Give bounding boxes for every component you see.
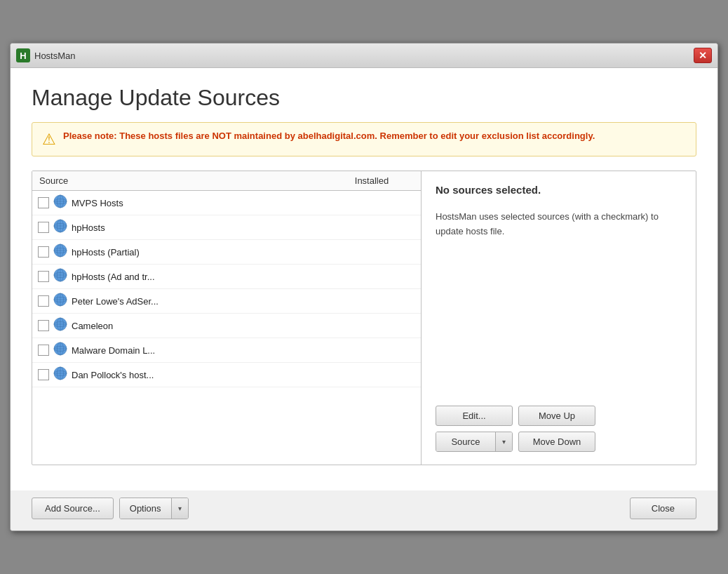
source-list-panel: Source Installed MVPS Hosts hpHosts bbox=[32, 171, 422, 465]
list-item[interactable]: hpHosts (Partial) bbox=[32, 240, 421, 265]
svg-point-47 bbox=[54, 367, 67, 380]
svg-point-11 bbox=[54, 220, 67, 232]
warning-box: ⚠ Please note: These hosts files are NOT… bbox=[32, 122, 696, 156]
main-window: H HostsMan ✕ Manage Update Sources ⚠ Ple… bbox=[10, 43, 718, 531]
list-item[interactable]: Cameleon bbox=[32, 314, 421, 338]
add-source-button[interactable]: Add Source... bbox=[32, 498, 114, 519]
source-item-label: hpHosts (Partial) bbox=[72, 247, 140, 258]
footer-left: Add Source... Options ▾ bbox=[32, 498, 189, 519]
no-selection-title: No sources selected. bbox=[436, 184, 682, 196]
globe-icon bbox=[53, 219, 67, 236]
source-item-label: MVPS Hosts bbox=[72, 198, 123, 208]
detail-description: HostsMan uses selected sources (with a c… bbox=[436, 210, 682, 394]
column-header-installed: Installed bbox=[330, 175, 414, 186]
title-bar-left: H HostsMan bbox=[16, 48, 76, 62]
globe-icon bbox=[53, 366, 67, 383]
list-item[interactable]: hpHosts (Ad and tr... bbox=[32, 265, 421, 289]
list-item[interactable]: Dan Pollock's host... bbox=[32, 363, 421, 387]
title-bar: H HostsMan ✕ bbox=[11, 44, 717, 68]
detail-panel: No sources selected. HostsMan uses selec… bbox=[422, 171, 696, 465]
globe-icon bbox=[53, 342, 67, 359]
content-area: Manage Update Sources ⚠ Please note: The… bbox=[11, 68, 717, 490]
source-checkbox[interactable] bbox=[38, 246, 49, 258]
warning-text: Please note: These hosts files are NOT m… bbox=[63, 130, 595, 142]
app-icon: H bbox=[16, 48, 30, 62]
move-up-button[interactable]: Move Up bbox=[518, 406, 595, 426]
svg-point-29 bbox=[54, 293, 67, 306]
source-checkbox[interactable] bbox=[38, 222, 49, 233]
source-item-label: Malware Domain L... bbox=[72, 345, 155, 356]
svg-point-41 bbox=[54, 342, 67, 355]
button-row-1: Edit... Move Up bbox=[436, 406, 682, 426]
source-checkbox[interactable] bbox=[38, 320, 49, 331]
svg-point-23 bbox=[54, 269, 67, 281]
list-item[interactable]: Peter Lowe's AdSer... bbox=[32, 289, 421, 314]
detail-buttons: Edit... Move Up Source ▾ Move Down bbox=[436, 406, 682, 452]
source-item-label: Peter Lowe's AdSer... bbox=[72, 296, 159, 307]
source-checkbox[interactable] bbox=[38, 295, 49, 307]
button-row-2: Source ▾ Move Down bbox=[436, 432, 682, 452]
source-button[interactable]: Source bbox=[436, 432, 495, 451]
globe-icon bbox=[53, 268, 67, 285]
globe-icon bbox=[53, 194, 67, 211]
window-close-button[interactable]: ✕ bbox=[694, 48, 712, 63]
globe-icon bbox=[53, 293, 67, 309]
source-dropdown-arrow[interactable]: ▾ bbox=[495, 432, 512, 451]
svg-point-35 bbox=[54, 318, 67, 331]
source-item-label: Cameleon bbox=[72, 321, 113, 331]
options-button[interactable]: Options bbox=[120, 498, 171, 519]
globe-icon bbox=[53, 243, 67, 260]
list-item[interactable]: MVPS Hosts bbox=[32, 191, 421, 215]
source-checkbox[interactable] bbox=[38, 197, 49, 208]
source-checkbox[interactable] bbox=[38, 345, 49, 356]
list-item[interactable]: Malware Domain L... bbox=[32, 338, 421, 363]
page-title: Manage Update Sources bbox=[32, 85, 696, 111]
list-item[interactable]: hpHosts bbox=[32, 215, 421, 240]
footer: Add Source... Options ▾ Close bbox=[11, 490, 717, 530]
svg-point-5 bbox=[54, 195, 67, 208]
close-button[interactable]: Close bbox=[630, 498, 696, 519]
column-header-source: Source bbox=[39, 175, 330, 186]
source-item-label: hpHosts bbox=[72, 222, 105, 233]
main-panel: Source Installed MVPS Hosts hpHosts bbox=[32, 171, 696, 465]
options-split-button: Options ▾ bbox=[119, 498, 189, 519]
options-dropdown-arrow[interactable]: ▾ bbox=[171, 498, 188, 519]
source-item-label: hpHosts (Ad and tr... bbox=[72, 272, 155, 282]
edit-button[interactable]: Edit... bbox=[436, 406, 513, 426]
window-title: HostsMan bbox=[34, 51, 76, 61]
source-checkbox[interactable] bbox=[38, 271, 49, 282]
source-list: MVPS Hosts hpHosts hpHosts (Partial) hpH… bbox=[32, 191, 421, 465]
warning-icon: ⚠ bbox=[42, 131, 56, 149]
source-checkbox[interactable] bbox=[38, 369, 49, 380]
source-item-label: Dan Pollock's host... bbox=[72, 370, 154, 380]
globe-icon bbox=[53, 317, 67, 334]
svg-point-17 bbox=[54, 244, 67, 257]
list-header: Source Installed bbox=[32, 171, 421, 191]
move-down-button[interactable]: Move Down bbox=[518, 432, 595, 452]
source-split-button: Source ▾ bbox=[436, 432, 513, 452]
